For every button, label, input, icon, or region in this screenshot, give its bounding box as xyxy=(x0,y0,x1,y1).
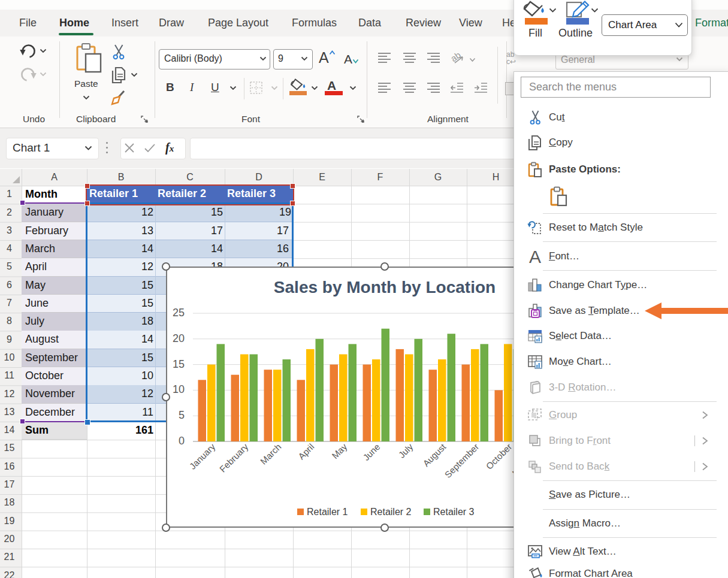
svg-text:April: April xyxy=(296,441,316,461)
svg-text:25: 25 xyxy=(173,307,185,319)
svg-text:February: February xyxy=(218,441,250,474)
svg-text:20: 20 xyxy=(173,332,185,344)
svg-text:0: 0 xyxy=(179,435,185,447)
svg-text:July: July xyxy=(397,441,415,460)
svg-text:5: 5 xyxy=(179,409,185,421)
svg-text:May: May xyxy=(330,441,349,461)
svg-text:September: September xyxy=(443,441,481,480)
svg-text:A: A xyxy=(529,249,541,264)
svg-text:March: March xyxy=(258,441,283,466)
svg-text:10: 10 xyxy=(173,383,185,395)
svg-text:June: June xyxy=(361,441,382,462)
svg-text:January: January xyxy=(188,441,218,471)
svg-text:August: August xyxy=(421,441,448,469)
svg-text:15: 15 xyxy=(173,358,185,370)
svg-text:October: October xyxy=(484,441,514,471)
